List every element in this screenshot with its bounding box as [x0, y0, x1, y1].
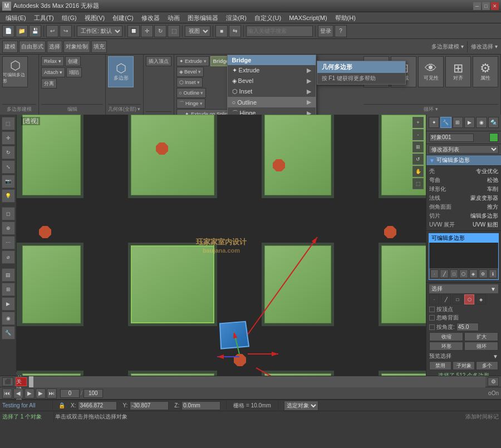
by-vertex-checkbox[interactable] [429, 307, 435, 312]
pan-btn[interactable]: ✋ [412, 166, 424, 177]
hierarchy-tab-icon[interactable]: ⊞ [453, 117, 463, 128]
hierarchy-tool[interactable]: ⊞ [2, 283, 15, 296]
menu-create[interactable]: 创建(C) [109, 13, 136, 23]
ring-btn[interactable]: 环形 [429, 342, 463, 351]
object-name-input[interactable] [429, 134, 474, 142]
align-btn[interactable]: ⊞ 对齐 [445, 56, 471, 87]
ctx-inset[interactable]: ⬡ Inset ▶ [228, 86, 316, 97]
orbit-btn[interactable]: ↺ [412, 154, 424, 165]
minimize-btn[interactable]: ─ [473, 2, 481, 10]
grow-btn[interactable]: 扩大 [464, 332, 498, 341]
z-input[interactable] [181, 401, 220, 410]
menu-render[interactable]: 渲染(R) [223, 13, 250, 23]
attribute-btn[interactable]: ⚙ 属性 [473, 56, 498, 87]
menu-tools[interactable]: 工具(T) [31, 13, 57, 23]
preview-disable-btn[interactable]: 禁用 [429, 361, 451, 370]
attach-btn[interactable]: Attach ▾ [41, 67, 65, 77]
free-form-btn[interactable]: 自由形式 [19, 41, 46, 53]
ep-border-mode[interactable]: □ [450, 269, 458, 278]
next-frame-btn[interactable]: ▶ [36, 388, 46, 398]
timeline[interactable] [29, 376, 485, 387]
help-btn[interactable]: ? [335, 25, 347, 37]
viewport-3d[interactable]: 珏家家室内设计 baujana.com [透视] + - ⊞ ↺ ✋ ⬚ [17, 115, 426, 376]
edge-mode-btn[interactable]: ╱ [441, 294, 451, 304]
ctx-bevel[interactable]: ◈ Bevel ▶ [228, 76, 316, 86]
selection-filter-dropdown[interactable]: 选定对象 [284, 401, 318, 411]
display-tool[interactable]: ◉ [2, 312, 15, 325]
hinge-btn[interactable]: ⌒ Hinge ▾ [176, 99, 206, 109]
motion-tool[interactable]: ▶ [2, 297, 15, 311]
ep-vertex-mode[interactable]: · [430, 269, 439, 278]
menu-group[interactable]: 组(G) [58, 13, 80, 23]
play-btn[interactable]: ▶ [24, 388, 35, 398]
ep-poly-mode[interactable]: ⬡ [459, 269, 468, 278]
shrink-btn2[interactable]: 收缩 [429, 332, 463, 341]
max-viewport-btn[interactable]: ⬚ [412, 178, 424, 189]
utilities-tab-icon[interactable]: 🔩 [488, 117, 499, 128]
total-frames-input[interactable] [84, 389, 103, 398]
particles-tool[interactable]: ⋯ [2, 236, 15, 249]
helpers-tool[interactable]: ⊕ [2, 221, 15, 235]
ep-info-icon[interactable]: ℹ [489, 269, 497, 278]
ribbon-poly-btn[interactable]: ⬡ 可编辑多边形 [2, 56, 28, 87]
inset-btn[interactable]: ⬡ Inset ▾ [176, 77, 203, 87]
new-file-btn[interactable]: 📄 [2, 25, 14, 37]
preview-subobj-btn[interactable]: 子对象 [453, 361, 475, 370]
polygon-big-btn[interactable]: ⬡ 多边形 [108, 56, 134, 87]
modifiers-tool[interactable]: ▤ [2, 268, 15, 282]
ep-edge-mode[interactable]: ╱ [440, 269, 448, 278]
angle-input[interactable] [456, 323, 479, 331]
visible-btn[interactable]: 👁 可见性 [418, 56, 444, 87]
utilities-tool[interactable]: 🔧 [2, 326, 15, 339]
save-btn[interactable]: 💾 [29, 25, 41, 37]
menu-maxscript[interactable]: MAXScript(M) [286, 13, 330, 23]
maximize-btn[interactable]: □ [482, 2, 490, 10]
y-input[interactable] [130, 401, 169, 410]
ep-element-mode[interactable]: ◈ [469, 269, 478, 278]
rotate-tool[interactable]: ↻ [2, 146, 15, 159]
extrude-btn[interactable]: ✦ Extrude ▾ [176, 56, 209, 66]
menu-modifier[interactable]: 修改器 [138, 13, 163, 23]
select-tool[interactable]: ⬚ [2, 117, 15, 130]
modifier-list-dropdown[interactable]: 修改器列表 [429, 145, 499, 154]
zoom-out-btn[interactable]: - [412, 129, 424, 140]
undo-btn[interactable]: ↩ [46, 25, 58, 37]
menu-graph-editor[interactable]: 图形编辑器 [184, 13, 222, 23]
bevel-btn[interactable]: ◈ Bevel ▾ [176, 67, 204, 77]
shapes-tool[interactable]: ◻ [2, 207, 15, 220]
rotate-btn[interactable]: ↻ [154, 25, 166, 37]
ctx-extrude[interactable]: ✦ Extrude ▶ [228, 65, 316, 76]
go-end-btn[interactable]: ⏭ [47, 388, 57, 398]
search-input[interactable] [246, 26, 313, 37]
menu-help[interactable]: 帮助(H) [332, 13, 359, 23]
go-start-btn[interactable]: ⏮ [2, 388, 12, 398]
display-tab-icon[interactable]: ◉ [476, 117, 487, 128]
scale-btn[interactable]: ⬚ [168, 25, 180, 37]
ref-system-dropdown[interactable]: 视图 [185, 26, 210, 37]
fill-btn[interactable]: 填充 [91, 41, 107, 53]
outline-btn[interactable]: ○ Outline ▾ [176, 88, 207, 98]
prev-frame-btn[interactable]: ◀ [13, 388, 23, 398]
key-mode-btn[interactable]: ⬛ [2, 377, 13, 386]
timeline-slider[interactable] [29, 376, 33, 387]
camera-tool[interactable]: 📷 [2, 175, 15, 188]
build-mode-btn[interactable]: 建模 [2, 41, 18, 53]
vertex-mode-btn[interactable]: · [429, 294, 439, 304]
workspace-dropdown[interactable]: 工作区: 默认 [77, 26, 122, 37]
window-controls[interactable]: ─ □ ✕ [473, 2, 499, 10]
move-btn[interactable]: ✛ [141, 25, 153, 37]
mirror-btn[interactable]: ⇆ [229, 25, 241, 37]
create-btn[interactable]: 创建 [65, 56, 81, 66]
menu-edit[interactable]: 编辑(E) [2, 13, 30, 23]
object-color-swatch[interactable] [489, 133, 498, 142]
time-config-btn[interactable]: ⚙ [488, 377, 499, 386]
angle-checkbox[interactable] [429, 324, 435, 330]
ignore-backface-checkbox[interactable] [429, 315, 435, 321]
menu-animation[interactable]: 动画 [164, 13, 183, 23]
auto-key-btn[interactable]: 自动关键点 [16, 377, 27, 386]
close-btn[interactable]: ✕ [491, 2, 499, 10]
modify-tab-icon[interactable]: 🔧 [440, 117, 451, 128]
open-file-btn[interactable]: 📁 [16, 25, 28, 37]
x-input[interactable] [78, 401, 117, 410]
select-btn[interactable]: 🔲 [127, 25, 140, 37]
